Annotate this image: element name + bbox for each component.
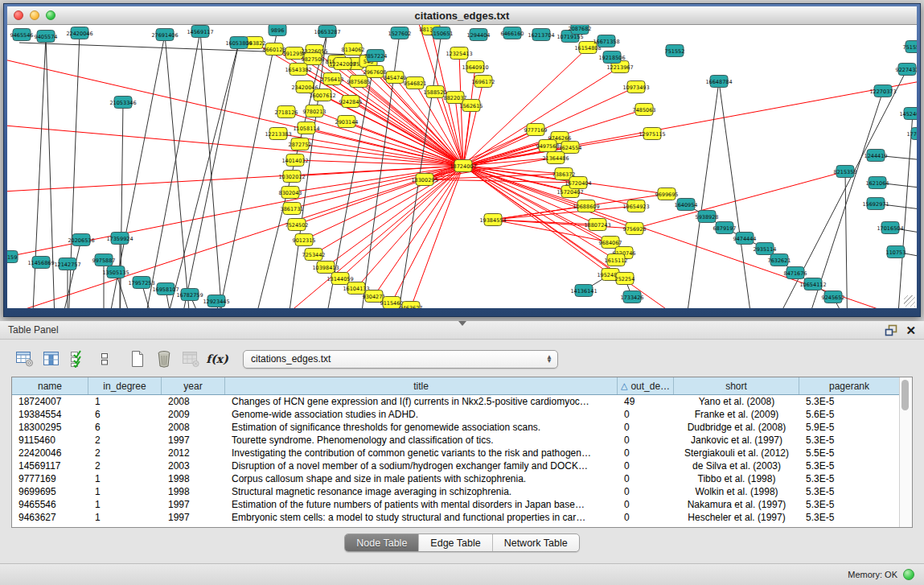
window-resize-grip[interactable]: [904, 295, 915, 307]
table-cell[interactable]: 18300295: [12, 422, 88, 433]
table-row[interactable]: 946554611997Estimation of the future num…: [12, 498, 899, 511]
table-cell[interactable]: 5.3E-5: [799, 435, 899, 446]
table-cell[interactable]: 9465546: [12, 499, 88, 510]
network-canvas[interactable]: 1872400716154808122139671097349374850631…: [7, 25, 917, 308]
table-cell[interactable]: 2: [88, 435, 162, 446]
table-cell[interactable]: 5.5E-5: [799, 447, 899, 459]
tab-node-table[interactable]: Node Table: [345, 534, 419, 551]
table-cell[interactable]: 0: [618, 499, 674, 510]
table-cell[interactable]: Estimation of significance thresholds fo…: [225, 422, 618, 433]
table-cell[interactable]: 0: [618, 447, 674, 459]
table-cell[interactable]: Stergiakouli et al. (2012): [674, 447, 799, 459]
table-cell[interactable]: 18724007: [12, 396, 88, 407]
table-cell[interactable]: 0: [618, 422, 674, 433]
table-row[interactable]: 1830029562008Estimation of significance …: [12, 421, 899, 434]
new-table-button[interactable]: [125, 348, 150, 370]
table-cell[interactable]: 2009: [162, 409, 225, 420]
table-cell[interactable]: 0: [618, 409, 674, 420]
table-cell[interactable]: 5.3E-5: [799, 473, 899, 484]
table-cell[interactable]: 5.9E-5: [799, 422, 899, 433]
table-cell[interactable]: 1: [88, 396, 162, 407]
table-cell[interactable]: 22420046: [12, 447, 88, 459]
column-header-name[interactable]: name: [12, 377, 88, 394]
table-cell[interactable]: 2012: [162, 447, 225, 459]
table-cell[interactable]: de Silva et al. (2003): [674, 460, 799, 472]
table-cell[interactable]: 6: [88, 409, 162, 420]
import-table-button[interactable]: [179, 348, 203, 370]
table-row[interactable]: 2242004622012Investigating the contribut…: [12, 447, 899, 459]
table-cell[interactable]: 1998: [162, 473, 225, 484]
table-scrollbar-thumb[interactable]: [901, 380, 909, 410]
table-cell[interactable]: 1998: [162, 486, 225, 497]
network-window-titlebar[interactable]: citations_edges.txt: [7, 6, 917, 25]
table-cell[interactable]: 5.3E-5: [799, 512, 899, 523]
table-cell[interactable]: 5.3E-5: [799, 460, 899, 472]
table-cell[interactable]: 1997: [162, 512, 225, 523]
table-cell[interactable]: Genome-wide association studies in ADHD.: [225, 409, 618, 420]
float-panel-icon[interactable]: [885, 324, 897, 336]
table-cell[interactable]: 5.3E-5: [799, 499, 899, 510]
table-cell[interactable]: 9777169: [12, 473, 88, 484]
table-cell[interactable]: Nakamura et al. (1997): [674, 499, 799, 510]
column-header-short[interactable]: short: [674, 377, 799, 394]
table-cell[interactable]: Wolkin et al. (1998): [674, 486, 799, 497]
table-cell[interactable]: 1997: [162, 499, 225, 510]
delete-table-button[interactable]: [152, 348, 176, 370]
table-row[interactable]: 977716911998Corpus callosum shape and si…: [12, 472, 899, 485]
table-row[interactable]: 969969511998Structural magnetic resonanc…: [12, 485, 899, 498]
table-cell[interactable]: 1: [88, 486, 162, 497]
table-cell[interactable]: 2008: [162, 396, 225, 407]
table-cell[interactable]: 2: [88, 447, 162, 459]
table-cell[interactable]: 1: [88, 473, 162, 484]
table-cell[interactable]: Tourette syndrome. Phenomenology and cla…: [225, 435, 618, 446]
table-cell[interactable]: 9115460: [12, 435, 88, 446]
table-cell[interactable]: 2: [88, 460, 162, 472]
show-columns-button[interactable]: [39, 348, 64, 370]
table-cell[interactable]: Jankovic et al. (1997): [674, 435, 799, 446]
table-cell[interactable]: 19384554: [12, 409, 88, 420]
table-scrollbar[interactable]: [899, 377, 912, 527]
table-cell[interactable]: 9463627: [12, 512, 88, 523]
table-cell[interactable]: 2008: [162, 422, 225, 433]
select-rows-button[interactable]: [66, 348, 90, 370]
table-row[interactable]: 1938455462009Genome-wide association stu…: [12, 408, 899, 421]
tab-edge-table[interactable]: Edge Table: [419, 534, 492, 551]
table-cell[interactable]: 0: [618, 486, 674, 497]
table-selector-dropdown[interactable]: citations_edges.txt ▲▼: [243, 350, 558, 369]
table-cell[interactable]: 1: [88, 499, 162, 510]
table-cell[interactable]: 5.3E-5: [799, 486, 899, 497]
maximize-window-icon[interactable]: [46, 10, 55, 20]
table-cell[interactable]: 0: [618, 460, 674, 472]
table-cell[interactable]: 0: [618, 473, 674, 484]
table-cell[interactable]: Yano et al. (2008): [674, 396, 799, 407]
column-header-pagerank[interactable]: pagerank: [799, 377, 899, 394]
tab-network-table[interactable]: Network Table: [493, 534, 579, 551]
column-header-out_de[interactable]: △out_de…: [618, 377, 674, 394]
table-row[interactable]: 911546021997Tourette syndrome. Phenomeno…: [12, 434, 899, 447]
table-cell[interactable]: 0: [618, 512, 674, 523]
table-cell[interactable]: 6: [88, 422, 162, 433]
table-cell[interactable]: 0: [618, 435, 674, 446]
table-body[interactable]: 1872400712008Changes of HCN gene express…: [12, 395, 899, 524]
table-row[interactable]: 1456911722003Disruption of a novel membe…: [12, 459, 899, 472]
close-window-icon[interactable]: [14, 10, 23, 20]
table-cell[interactable]: Franke et al. (2009): [674, 409, 799, 420]
table-cell[interactable]: Estimation of the future numbers of pati…: [225, 499, 618, 510]
table-cell[interactable]: 1997: [162, 435, 225, 446]
table-row[interactable]: 1872400712008Changes of HCN gene express…: [12, 395, 899, 408]
minimize-window-icon[interactable]: [30, 10, 39, 20]
table-cell[interactable]: 9699695: [12, 486, 88, 497]
table-cell[interactable]: 49: [618, 396, 674, 407]
table-header-row[interactable]: namein_degreeyeartitle△out_de…shortpager…: [12, 377, 899, 395]
column-header-title[interactable]: title: [225, 377, 618, 394]
table-cell[interactable]: Tibbo et al. (1998): [674, 473, 799, 484]
table-cell[interactable]: Embryonic stem cells: a model to study s…: [225, 512, 618, 523]
function-builder-button[interactable]: f(x): [205, 348, 229, 370]
table-cell[interactable]: 5.3E-5: [799, 396, 899, 407]
merge-tables-button[interactable]: [92, 348, 117, 370]
table-cell[interactable]: Changes of HCN gene expression and I(f) …: [225, 396, 618, 407]
table-row[interactable]: 946362711997Embryonic stem cells: a mode…: [12, 511, 899, 524]
column-header-in_degree[interactable]: in_degree: [88, 377, 162, 394]
table-cell[interactable]: 14569117: [12, 460, 88, 472]
table-cell[interactable]: 1: [88, 512, 162, 523]
